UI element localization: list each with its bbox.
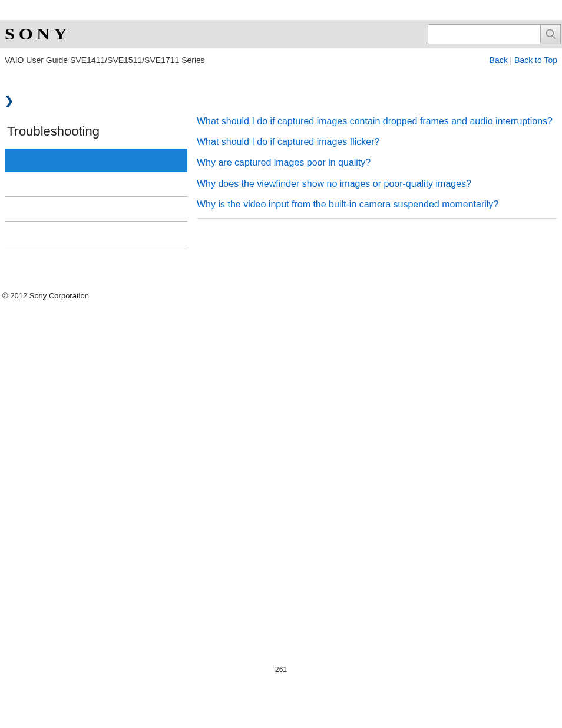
- sidebar-item[interactable]: [5, 197, 187, 222]
- sidebar-item[interactable]: [5, 172, 187, 197]
- faq-link[interactable]: What should I do if captured images cont…: [197, 114, 557, 128]
- faq-link[interactable]: Why are captured images poor in quality?: [197, 156, 557, 169]
- header-bar: SONY: [0, 20, 562, 48]
- back-to-top-link[interactable]: Back to Top: [514, 55, 557, 65]
- copyright: © 2012 Sony Corporation: [0, 271, 562, 300]
- content-area: What should I do if captured images cont…: [187, 112, 557, 219]
- faq-link[interactable]: Why does the viewfinder show no images o…: [197, 177, 557, 190]
- svg-line-1: [552, 36, 555, 39]
- sony-logo: SONY: [5, 25, 71, 44]
- sidebar: Troubleshooting: [5, 112, 187, 271]
- svg-point-0: [546, 30, 553, 37]
- page-number: 261: [0, 666, 562, 674]
- sidebar-title: Troubleshooting: [5, 124, 187, 139]
- nav-links: Back | Back to Top: [490, 55, 557, 65]
- guide-title: VAIO User Guide SVE1411/SVE1511/SVE1711 …: [5, 55, 205, 65]
- faq-link[interactable]: Why is the video input from the built-in…: [197, 197, 557, 211]
- sidebar-item[interactable]: [5, 222, 187, 246]
- chevron-right-icon[interactable]: ❯: [5, 95, 14, 107]
- search-button[interactable]: [540, 25, 560, 44]
- sidebar-item-active[interactable]: [5, 149, 187, 172]
- chevron-row: ❯: [0, 71, 562, 112]
- sidebar-item[interactable]: [5, 246, 187, 271]
- main-columns: Troubleshooting What should I do if capt…: [0, 112, 562, 271]
- search-icon: [545, 28, 557, 40]
- content-divider: [197, 218, 557, 219]
- separator: |: [508, 55, 514, 65]
- search-box: [428, 24, 561, 44]
- back-link[interactable]: Back: [490, 55, 508, 65]
- faq-link[interactable]: What should I do if captured images flic…: [197, 135, 557, 149]
- subheader: VAIO User Guide SVE1411/SVE1511/SVE1711 …: [0, 48, 562, 71]
- search-input[interactable]: [428, 25, 540, 44]
